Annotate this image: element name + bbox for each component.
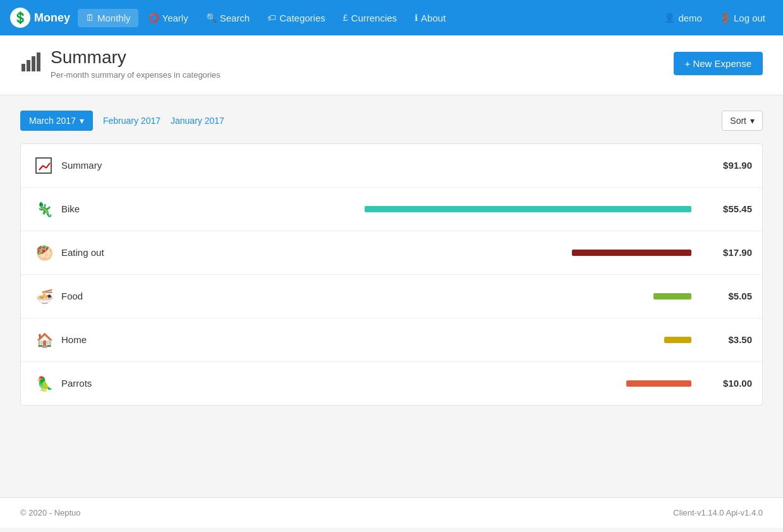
expense-row-summary[interactable]: Summary$91.90 bbox=[21, 144, 762, 188]
search-icon: 🔍 bbox=[206, 13, 217, 23]
bike-icon: 🦎 bbox=[31, 196, 56, 222]
page-header: Summary Per-month summary of expenses in… bbox=[0, 35, 783, 95]
page-title: Summary bbox=[51, 48, 221, 68]
about-icon: ℹ bbox=[415, 13, 418, 23]
month-nav: March 2017 ▾ February 2017 January 2017 … bbox=[20, 111, 763, 131]
nav-logout-label: Log out bbox=[734, 13, 765, 23]
parrots-amount: $10.00 bbox=[701, 378, 752, 389]
feb-2017-button[interactable]: February 2017 bbox=[103, 116, 161, 126]
active-month-label: March 2017 bbox=[29, 116, 76, 126]
footer-version: Client-v1.14.0 Api-v1.4.0 bbox=[673, 508, 763, 517]
nav-logout[interactable]: 🚪 Log out bbox=[712, 9, 773, 27]
sort-label: Sort bbox=[730, 116, 746, 126]
bike-bar bbox=[365, 206, 691, 212]
nav-search-label: Search bbox=[220, 13, 250, 23]
nav-user-label: demo bbox=[678, 13, 702, 23]
nav-user[interactable]: 👤 demo bbox=[657, 9, 710, 27]
nav-categories[interactable]: 🏷 Categories bbox=[260, 9, 333, 27]
nav-monthly[interactable]: 🗓 Monthly bbox=[78, 9, 138, 27]
expense-row-home[interactable]: 🏠Home$3.50 bbox=[21, 318, 762, 362]
month-nav-left: March 2017 ▾ February 2017 January 2017 bbox=[20, 111, 224, 131]
summary-amount: $91.90 bbox=[701, 160, 752, 171]
active-month-dropdown-icon: ▾ bbox=[80, 116, 84, 126]
nav-currencies[interactable]: £ Currencies bbox=[336, 9, 404, 27]
page-title-group: Summary Per-month summary of expenses in… bbox=[51, 48, 221, 80]
expense-row-eating-out[interactable]: 🥙Eating out$17.90 bbox=[21, 231, 762, 275]
svg-text:🦎: 🦎 bbox=[36, 201, 52, 218]
home-name: Home bbox=[61, 334, 137, 345]
eating-out-bar bbox=[572, 250, 691, 256]
eating-out-bar-container bbox=[147, 250, 691, 256]
home-bar bbox=[664, 337, 691, 343]
nav-brand[interactable]: 💲 Money bbox=[10, 8, 70, 28]
nav-yearly[interactable]: ⭕ Yearly bbox=[141, 9, 196, 27]
currencies-icon: £ bbox=[343, 13, 348, 23]
monthly-icon: 🗓 bbox=[85, 13, 94, 23]
expense-row-bike[interactable]: 🦎Bike$55.45 bbox=[21, 188, 762, 231]
active-month-button[interactable]: March 2017 ▾ bbox=[20, 111, 93, 131]
parrots-bar bbox=[626, 380, 691, 387]
svg-line-5 bbox=[39, 166, 43, 170]
home-bar-container bbox=[147, 337, 691, 343]
expense-table: Summary$91.90🦎Bike$55.45🥙Eating out$17.9… bbox=[20, 143, 763, 406]
food-amount: $5.05 bbox=[701, 291, 752, 301]
eating-out-amount: $17.90 bbox=[701, 247, 752, 258]
page-header-left: Summary Per-month summary of expenses in… bbox=[20, 48, 221, 80]
nav-yearly-label: Yearly bbox=[162, 13, 188, 23]
nav-search[interactable]: 🔍 Search bbox=[198, 9, 258, 27]
svg-rect-0 bbox=[21, 64, 25, 71]
page-subtitle: Per-month summary of expenses in categor… bbox=[51, 70, 221, 80]
brand-icon: 💲 bbox=[10, 8, 30, 28]
food-icon: 🍜 bbox=[31, 284, 56, 309]
summary-icon bbox=[31, 153, 56, 178]
parrots-name: Parrots bbox=[61, 378, 137, 389]
user-icon: 👤 bbox=[664, 13, 675, 23]
svg-text:🏠: 🏠 bbox=[36, 332, 52, 349]
main-content: March 2017 ▾ February 2017 January 2017 … bbox=[0, 95, 783, 497]
yearly-icon: ⭕ bbox=[149, 13, 159, 23]
brand-label: Money bbox=[34, 11, 70, 25]
expense-row-parrots[interactable]: 🦜Parrots$10.00 bbox=[21, 362, 762, 405]
svg-line-7 bbox=[46, 163, 50, 168]
categories-icon: 🏷 bbox=[267, 13, 276, 23]
sort-dropdown-icon: ▾ bbox=[750, 116, 755, 126]
svg-rect-1 bbox=[27, 60, 30, 71]
nav-about-label: About bbox=[421, 13, 446, 23]
navbar: 💲 Money 🗓 Monthly ⭕ Yearly 🔍 Search 🏷 Ca… bbox=[0, 0, 783, 35]
food-name: Food bbox=[61, 291, 137, 301]
home-amount: $3.50 bbox=[701, 334, 752, 345]
new-expense-button[interactable]: + New Expense bbox=[674, 52, 763, 75]
nav-categories-label: Categories bbox=[279, 13, 325, 23]
nav-currencies-label: Currencies bbox=[351, 13, 398, 23]
logout-icon: 🚪 bbox=[720, 13, 731, 23]
svg-rect-3 bbox=[37, 52, 40, 71]
bike-bar-container bbox=[147, 206, 691, 212]
svg-text:🥙: 🥙 bbox=[36, 245, 52, 262]
footer-copyright: © 2020 - Neptuo bbox=[20, 508, 81, 517]
nav-right: 👤 demo 🚪 Log out bbox=[657, 9, 773, 27]
parrots-bar-container bbox=[147, 380, 691, 387]
eating-out-name: Eating out bbox=[61, 247, 137, 258]
summary-bar-container bbox=[147, 162, 691, 169]
nav-about[interactable]: ℹ About bbox=[407, 9, 453, 27]
svg-rect-2 bbox=[32, 56, 35, 71]
expense-row-food[interactable]: 🍜Food$5.05 bbox=[21, 275, 762, 318]
food-bar bbox=[653, 293, 691, 299]
eating-out-icon: 🥙 bbox=[31, 240, 56, 265]
sort-button[interactable]: Sort ▾ bbox=[722, 111, 763, 131]
svg-text:🦜: 🦜 bbox=[36, 375, 52, 392]
jan-2017-button[interactable]: January 2017 bbox=[171, 116, 224, 126]
home-icon: 🏠 bbox=[31, 327, 56, 353]
bike-name: Bike bbox=[61, 203, 137, 214]
new-expense-label: + New Expense bbox=[685, 58, 751, 69]
header-chart-icon bbox=[20, 50, 43, 77]
bike-amount: $55.45 bbox=[701, 203, 752, 214]
summary-name: Summary bbox=[61, 160, 137, 171]
parrots-icon: 🦜 bbox=[31, 371, 56, 396]
food-bar-container bbox=[147, 293, 691, 299]
svg-text:🍜: 🍜 bbox=[36, 288, 52, 305]
nav-monthly-label: Monthly bbox=[97, 13, 131, 23]
footer: © 2020 - Neptuo Client-v1.14.0 Api-v1.4.… bbox=[0, 497, 783, 528]
